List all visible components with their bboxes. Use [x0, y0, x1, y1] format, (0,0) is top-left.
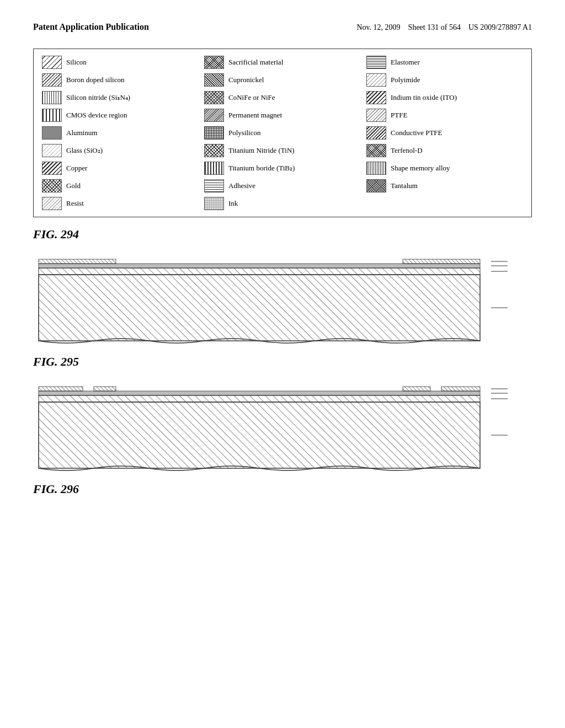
svg-rect-19 [39, 395, 480, 402]
legend-swatch-adhesive [204, 179, 224, 192]
legend-item-polyimide: Polyimide [366, 72, 523, 88]
fig295-label: FIG. 295 [33, 355, 532, 369]
legend-label-glass: Glass (SiO₂) [66, 146, 103, 155]
legend-label-cupronickel: Cupronickel [228, 76, 264, 84]
legend-item-sma: Shape memory alloy [366, 160, 523, 176]
legend-item-ptfe: PTFE [366, 108, 523, 123]
svg-rect-22 [94, 387, 116, 391]
legend-label-sacrificial: Sacrificial material [228, 58, 283, 67]
legend-swatch-cmos [42, 109, 62, 122]
legend-swatch-polysilicon [204, 126, 224, 140]
legend-item-tantalum: Tantalum [366, 178, 523, 194]
legend-label-polysilicon: Polysilicon [228, 129, 261, 137]
legend-item-conife: CoNiFe or NiFe [204, 90, 361, 105]
svg-rect-5 [39, 275, 480, 341]
legend-label-conife: CoNiFe or NiFe [228, 93, 275, 102]
legend-swatch-silicon [42, 56, 62, 69]
legend-swatch-terfenol [366, 144, 386, 157]
legend-swatch-sacrificial [204, 56, 224, 69]
legend-label-polyimide: Polyimide [391, 76, 420, 84]
fig295-diagram: 1542 1541 1540 1550 FIG. 295 [33, 247, 532, 369]
legend-swatch-copper [42, 162, 62, 175]
legend-label-resist: Resist [66, 199, 84, 208]
legend-swatch-tib2 [204, 162, 224, 175]
legend-item-tib2: Titanium boride (TiB₂) [204, 160, 361, 176]
legend-swatch-silicon-nitride [42, 91, 62, 104]
svg-rect-6 [39, 268, 480, 275]
page: Patent Application Publication Nov. 12, … [0, 0, 565, 728]
legend-item-terfenol: Terfenol-D [366, 143, 523, 158]
fig296-svg-container: 1542 1541 1540 1550 [33, 374, 532, 477]
legend-swatch-sma [366, 162, 386, 175]
legend-swatch-polyimide [366, 73, 386, 87]
legend-label-elastomer: Elastomer [391, 58, 420, 67]
fig296-label: FIG. 296 [33, 482, 532, 496]
legend-swatch-elastomer [366, 56, 386, 69]
legend-label-conductive-ptfe: Conductive PTFE [391, 129, 443, 137]
legend-label-sma: Shape memory alloy [391, 164, 450, 173]
legend-swatch-aluminum [42, 126, 62, 140]
legend-label-silicon-nitride: Silicon nitride (Si₃N₄) [66, 93, 130, 102]
legend-swatch-glass [42, 144, 62, 157]
legend-swatch-cupronickel [204, 73, 224, 87]
legend-item-silicon: Silicon [42, 55, 199, 70]
svg-rect-21 [39, 387, 83, 391]
legend-item-polysilicon: Polysilicon [204, 125, 361, 141]
legend-item-cupronickel: Cupronickel [204, 72, 361, 88]
legend-swatch-ptfe [366, 109, 386, 122]
svg-rect-7 [39, 264, 480, 268]
legend-item-tin: Titanium Nitride (TiN) [204, 143, 361, 158]
legend-item-adhesive: Adhesive [204, 178, 361, 194]
legend-label-permanent-magnet: Permanent magnet [228, 111, 282, 120]
legend-item-aluminum: Aluminum [42, 125, 199, 141]
legend-swatch-gold [42, 179, 62, 192]
svg-rect-20 [39, 391, 480, 395]
legend-item-elastomer: Elastomer [366, 55, 523, 70]
svg-rect-24 [441, 387, 480, 391]
legend-item-resist: Resist [42, 196, 199, 211]
header-meta: Nov. 12, 2009 Sheet 131 of 564 US 2009/2… [356, 23, 532, 32]
svg-rect-23 [403, 387, 430, 391]
legend-item-glass: Glass (SiO₂) [42, 143, 199, 158]
legend-label-aluminum: Aluminum [66, 129, 97, 137]
legend-item-conductive-ptfe: Conductive PTFE [366, 125, 523, 141]
legend-item-ink: Ink [204, 196, 361, 211]
legend-label-tib2: Titanium boride (TiB₂) [228, 164, 295, 173]
legend-swatch-conductive-ptfe [366, 126, 386, 140]
header: Patent Application Publication Nov. 12, … [33, 22, 532, 32]
fig294-label: FIG. 294 [33, 227, 532, 242]
fig296-diagram: 1542 1541 1540 1550 FIG. 296 [33, 374, 532, 496]
legend-swatch-permanent-magnet [204, 109, 224, 122]
legend-label-ink: Ink [228, 199, 238, 208]
svg-rect-18 [39, 402, 480, 468]
legend-item-boron: Boron doped silicon [42, 72, 199, 88]
fig296-svg: 1542 1541 1540 1550 [33, 374, 508, 477]
legend-label-ptfe: PTFE [391, 111, 407, 120]
legend-item-copper: Copper [42, 160, 199, 176]
fig295-svg-container: 1542 1541 1540 1550 [33, 247, 532, 349]
legend-swatch-resist [42, 197, 62, 210]
svg-rect-9 [403, 259, 480, 264]
legend-label-tantalum: Tantalum [391, 181, 418, 190]
legend-swatch-tin [204, 144, 224, 157]
legend-label-ito: Indium tin oxide (ITO) [391, 93, 457, 102]
legend-label-tin: Titanium Nitride (TiN) [228, 146, 295, 155]
svg-rect-8 [39, 259, 116, 264]
legend-item-ito: Indium tin oxide (ITO) [366, 90, 523, 105]
legend-item-cmos: CMOS device region [42, 108, 199, 123]
legend-label-cmos: CMOS device region [66, 111, 127, 120]
legend-label-adhesive: Adhesive [228, 181, 255, 190]
legend-swatch-boron [42, 73, 62, 87]
legend-label-boron: Boron doped silicon [66, 76, 124, 84]
fig295-svg: 1542 1541 1540 1550 [33, 247, 508, 349]
header-title: Patent Application Publication [33, 22, 149, 32]
legend-swatch-conife [204, 91, 224, 104]
legend-item-silicon-nitride: Silicon nitride (Si₃N₄) [42, 90, 199, 105]
legend-item-sacrificial: Sacrificial material [204, 55, 361, 70]
legend-item-permanent-magnet: Permanent magnet [204, 108, 361, 123]
legend-swatch-ink [204, 197, 224, 210]
legend-label-gold: Gold [66, 181, 81, 190]
legend-swatch-tantalum [366, 179, 386, 192]
legend-box: SiliconSacrificial materialElastomerBoro… [33, 49, 532, 217]
legend-swatch-ito [366, 91, 386, 104]
